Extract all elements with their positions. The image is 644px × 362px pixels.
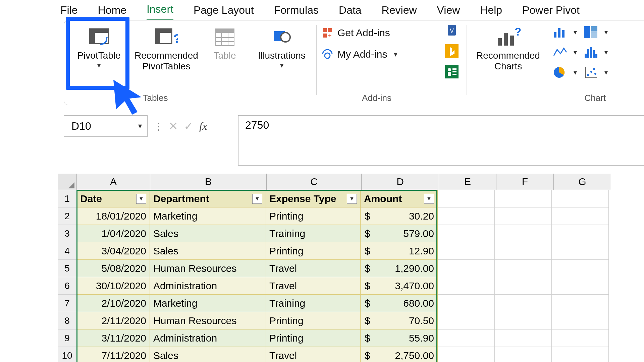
col-head-E[interactable]: E — [439, 174, 496, 190]
cell[interactable]: Printing — [266, 312, 361, 329]
filter-dropdown-icon[interactable]: ▼ — [136, 194, 146, 204]
cell[interactable]: Sales — [150, 225, 266, 242]
row-head[interactable]: 10 — [58, 347, 77, 362]
cell[interactable] — [495, 295, 552, 312]
recommended-charts-button[interactable]: ? Recommended Charts — [472, 23, 545, 73]
cell[interactable]: Human Resources — [150, 260, 266, 277]
chevron-down-icon[interactable]: ▾ — [604, 28, 608, 36]
cell-amount[interactable]: $680.00 — [361, 295, 438, 312]
cell[interactable] — [438, 312, 495, 329]
chevron-down-icon[interactable]: ▾ — [574, 48, 577, 56]
menu-page-layout[interactable]: Page Layout — [194, 1, 254, 20]
cell[interactable]: Marketing — [150, 207, 266, 225]
table-header[interactable]: Expense Type▼ — [266, 190, 361, 207]
cell-amount[interactable]: $2,750.00 — [361, 347, 438, 362]
chevron-down-icon[interactable]: ▾ — [604, 48, 608, 56]
cell-amount[interactable]: $1,290.00 — [361, 260, 438, 277]
my-addins-button[interactable]: My Add-ins ▾ — [321, 48, 397, 60]
cell[interactable] — [438, 295, 495, 312]
cell[interactable]: Training — [266, 295, 361, 312]
cell[interactable]: Travel — [266, 277, 361, 295]
col-head-F[interactable]: F — [496, 174, 554, 190]
cell[interactable]: Travel — [266, 260, 361, 277]
row-head[interactable]: 1 — [58, 190, 77, 207]
cell[interactable] — [552, 242, 609, 260]
name-box[interactable]: D10 ▾ — [64, 115, 148, 137]
chevron-down-icon[interactable]: ▾ — [138, 122, 142, 130]
cell[interactable]: 18/01/2020 — [77, 207, 150, 225]
pivottable-button[interactable]: PivotTable ▾ — [72, 23, 125, 71]
filter-dropdown-icon[interactable]: ▼ — [424, 194, 434, 204]
menu-help[interactable]: Help — [480, 1, 502, 20]
row-head[interactable]: 2 — [58, 207, 77, 225]
menu-power-pivot[interactable]: Power Pivot — [522, 1, 580, 20]
table-button[interactable]: Table — [207, 23, 242, 62]
cell[interactable] — [438, 260, 495, 277]
drag-handle-icon[interactable]: ⋮ — [154, 120, 162, 132]
cell-amount[interactable]: $12.90 — [361, 242, 438, 260]
menu-view[interactable]: View — [437, 1, 460, 20]
cell[interactable] — [495, 190, 552, 207]
cell[interactable] — [552, 225, 609, 242]
cell-amount[interactable]: $55.90 — [361, 329, 438, 347]
treemap-chart-button[interactable] — [582, 25, 600, 40]
cell[interactable] — [552, 295, 609, 312]
col-head-A[interactable]: A — [77, 174, 150, 190]
cell[interactable]: 5/08/2020 — [77, 260, 150, 277]
cell[interactable]: Training — [266, 225, 361, 242]
cell[interactable]: 3/11/2020 — [77, 329, 150, 347]
row-head[interactable]: 6 — [58, 277, 77, 295]
cell[interactable]: Human Resources — [150, 312, 266, 329]
histogram-chart-button[interactable] — [582, 45, 600, 60]
cell[interactable]: Printing — [266, 242, 361, 260]
cell[interactable] — [495, 225, 552, 242]
table-header[interactable]: Department▼ — [150, 190, 266, 207]
cell[interactable] — [495, 312, 552, 329]
col-head-G[interactable]: G — [554, 174, 611, 190]
cell[interactable]: Travel — [266, 347, 361, 362]
bing-icon[interactable] — [445, 44, 459, 59]
cell[interactable] — [552, 277, 609, 295]
cell[interactable] — [495, 260, 552, 277]
select-all-corner[interactable] — [58, 174, 77, 190]
cell[interactable]: Printing — [266, 207, 361, 225]
visio-icon[interactable]: V — [445, 23, 459, 38]
cell[interactable]: 30/10/2020 — [77, 277, 150, 295]
cell[interactable]: Sales — [150, 347, 266, 362]
line-chart-button[interactable] — [551, 45, 569, 60]
row-head[interactable]: 8 — [58, 312, 77, 329]
cell[interactable]: 2/11/2020 — [77, 312, 150, 329]
cell[interactable]: Administration — [150, 277, 266, 295]
row-head[interactable]: 3 — [58, 225, 77, 242]
cancel-icon[interactable]: ✕ — [168, 119, 178, 133]
cell[interactable]: 1/04/2020 — [77, 225, 150, 242]
menu-insert[interactable]: Insert — [147, 0, 173, 21]
cell[interactable] — [438, 347, 495, 362]
get-addins-button[interactable]: + Get Add-ins — [321, 27, 390, 39]
menu-formulas[interactable]: Formulas — [274, 1, 319, 20]
scatter-chart-button[interactable] — [582, 65, 600, 80]
cell[interactable] — [552, 260, 609, 277]
menu-file[interactable]: File — [60, 1, 78, 20]
table-header[interactable]: Amount▼ — [361, 190, 438, 207]
recommended-pivot-button[interactable]: ? Recommended PivotTables — [131, 23, 201, 73]
cell[interactable] — [438, 329, 495, 347]
menu-home[interactable]: Home — [98, 1, 126, 20]
cell[interactable] — [552, 312, 609, 329]
col-head-B[interactable]: B — [150, 174, 267, 190]
cell[interactable] — [438, 190, 495, 207]
enter-icon[interactable]: ✓ — [184, 119, 193, 133]
cell[interactable]: Marketing — [150, 295, 266, 312]
cell[interactable] — [438, 242, 495, 260]
table-header[interactable]: Date▼ — [77, 190, 150, 207]
cell[interactable] — [495, 347, 552, 362]
cell-amount[interactable]: $70.50 — [361, 312, 438, 329]
row-head[interactable]: 7 — [58, 295, 77, 312]
cell[interactable] — [552, 190, 609, 207]
menu-review[interactable]: Review — [382, 1, 417, 20]
cell[interactable] — [495, 207, 552, 225]
col-head-D[interactable]: D — [362, 174, 439, 190]
chevron-down-icon[interactable]: ▾ — [574, 28, 577, 36]
people-graph-icon[interactable] — [445, 65, 459, 80]
cell[interactable] — [495, 242, 552, 260]
